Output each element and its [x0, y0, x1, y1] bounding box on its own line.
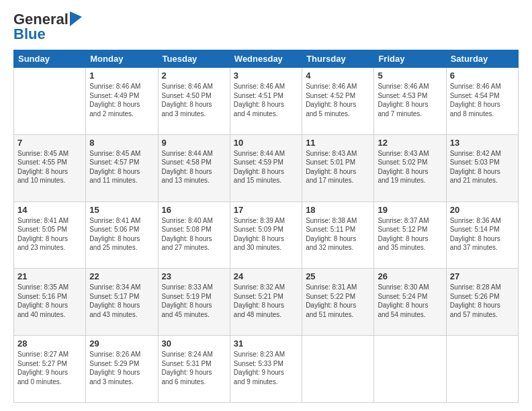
calendar-cell	[14, 68, 86, 135]
day-number: 18	[306, 205, 370, 215]
calendar-cell: 27Sunrise: 8:28 AM Sunset: 5:26 PM Dayli…	[446, 269, 518, 336]
cell-info: Sunrise: 8:38 AM Sunset: 5:11 PM Dayligh…	[306, 216, 370, 253]
day-number: 12	[378, 138, 442, 148]
calendar-cell: 8Sunrise: 8:45 AM Sunset: 4:57 PM Daylig…	[86, 134, 158, 201]
cell-info: Sunrise: 8:42 AM Sunset: 5:03 PM Dayligh…	[450, 149, 515, 185]
weekday-header-row: SundayMondayTuesdayWednesdayThursdayFrid…	[14, 50, 519, 68]
weekday-header-wednesday: Wednesday	[230, 50, 302, 68]
cell-info: Sunrise: 8:46 AM Sunset: 4:50 PM Dayligh…	[162, 82, 226, 118]
calendar-cell: 11Sunrise: 8:43 AM Sunset: 5:01 PM Dayli…	[302, 134, 374, 201]
weekday-header-thursday: Thursday	[302, 50, 374, 68]
day-number: 4	[306, 71, 370, 81]
calendar-cell: 25Sunrise: 8:31 AM Sunset: 5:22 PM Dayli…	[302, 269, 374, 336]
cell-info: Sunrise: 8:26 AM Sunset: 5:29 PM Dayligh…	[89, 350, 154, 386]
cell-info: Sunrise: 8:34 AM Sunset: 5:17 PM Dayligh…	[89, 283, 154, 319]
day-number: 6	[450, 71, 515, 81]
day-number: 20	[450, 205, 515, 215]
cell-info: Sunrise: 8:30 AM Sunset: 5:24 PM Dayligh…	[378, 283, 442, 319]
day-number: 16	[162, 205, 226, 215]
day-number: 24	[234, 271, 298, 281]
day-number: 2	[162, 71, 226, 81]
day-number: 28	[17, 338, 82, 349]
day-number: 29	[89, 338, 154, 349]
calendar-cell: 7Sunrise: 8:45 AM Sunset: 4:55 PM Daylig…	[14, 134, 86, 201]
cell-info: Sunrise: 8:28 AM Sunset: 5:26 PM Dayligh…	[450, 283, 515, 319]
calendar-cell: 24Sunrise: 8:32 AM Sunset: 5:21 PM Dayli…	[230, 269, 302, 336]
day-number: 26	[378, 271, 442, 281]
cell-info: Sunrise: 8:45 AM Sunset: 4:57 PM Dayligh…	[89, 149, 154, 185]
day-number: 5	[378, 71, 442, 81]
calendar-cell	[302, 336, 374, 403]
calendar-week-3: 14Sunrise: 8:41 AM Sunset: 5:05 PM Dayli…	[14, 201, 519, 269]
day-number: 3	[234, 71, 298, 81]
day-number: 8	[89, 138, 154, 148]
cell-info: Sunrise: 8:44 AM Sunset: 4:59 PM Dayligh…	[234, 149, 298, 185]
calendar-week-1: 1Sunrise: 8:46 AM Sunset: 4:49 PM Daylig…	[14, 68, 519, 135]
calendar-cell: 31Sunrise: 8:23 AM Sunset: 5:33 PM Dayli…	[230, 336, 302, 403]
day-number: 11	[306, 138, 370, 148]
day-number: 10	[234, 138, 298, 148]
cell-info: Sunrise: 8:35 AM Sunset: 5:16 PM Dayligh…	[17, 283, 82, 319]
weekday-header-monday: Monday	[86, 50, 158, 68]
day-number: 1	[89, 71, 154, 81]
cell-info: Sunrise: 8:31 AM Sunset: 5:22 PM Dayligh…	[306, 283, 370, 319]
day-number: 23	[162, 271, 226, 281]
cell-info: Sunrise: 8:41 AM Sunset: 5:06 PM Dayligh…	[89, 216, 154, 253]
calendar-cell: 26Sunrise: 8:30 AM Sunset: 5:24 PM Dayli…	[374, 269, 446, 336]
cell-info: Sunrise: 8:33 AM Sunset: 5:19 PM Dayligh…	[162, 283, 226, 319]
cell-info: Sunrise: 8:43 AM Sunset: 5:01 PM Dayligh…	[306, 149, 370, 185]
calendar-cell	[374, 336, 446, 403]
header: General Blue	[13, 11, 519, 43]
weekday-header-friday: Friday	[374, 50, 446, 68]
calendar-cell: 20Sunrise: 8:36 AM Sunset: 5:14 PM Dayli…	[446, 201, 518, 269]
calendar-cell: 21Sunrise: 8:35 AM Sunset: 5:16 PM Dayli…	[14, 269, 86, 336]
calendar-cell: 28Sunrise: 8:27 AM Sunset: 5:27 PM Dayli…	[14, 336, 86, 403]
day-number: 15	[89, 205, 154, 215]
calendar-week-5: 28Sunrise: 8:27 AM Sunset: 5:27 PM Dayli…	[14, 336, 519, 403]
day-number: 30	[162, 338, 226, 349]
cell-info: Sunrise: 8:39 AM Sunset: 5:09 PM Dayligh…	[234, 216, 298, 253]
svg-marker-0	[70, 11, 82, 26]
calendar-cell: 18Sunrise: 8:38 AM Sunset: 5:11 PM Dayli…	[302, 201, 374, 269]
cell-info: Sunrise: 8:46 AM Sunset: 4:54 PM Dayligh…	[450, 82, 515, 118]
day-number: 21	[17, 271, 82, 281]
cell-info: Sunrise: 8:41 AM Sunset: 5:05 PM Dayligh…	[17, 216, 82, 253]
cell-info: Sunrise: 8:46 AM Sunset: 4:49 PM Dayligh…	[89, 82, 154, 118]
cell-info: Sunrise: 8:24 AM Sunset: 5:31 PM Dayligh…	[162, 350, 226, 386]
cell-info: Sunrise: 8:40 AM Sunset: 5:08 PM Dayligh…	[162, 216, 226, 253]
cell-info: Sunrise: 8:46 AM Sunset: 4:52 PM Dayligh…	[306, 82, 370, 118]
day-number: 14	[17, 205, 82, 215]
calendar-cell: 12Sunrise: 8:43 AM Sunset: 5:02 PM Dayli…	[374, 134, 446, 201]
calendar-cell: 15Sunrise: 8:41 AM Sunset: 5:06 PM Dayli…	[86, 201, 158, 269]
calendar-cell: 14Sunrise: 8:41 AM Sunset: 5:05 PM Dayli…	[14, 201, 86, 269]
day-number: 31	[234, 338, 298, 349]
calendar-cell: 13Sunrise: 8:42 AM Sunset: 5:03 PM Dayli…	[446, 134, 518, 201]
day-number: 27	[450, 271, 515, 281]
cell-info: Sunrise: 8:44 AM Sunset: 4:58 PM Dayligh…	[162, 149, 226, 185]
cell-info: Sunrise: 8:37 AM Sunset: 5:12 PM Dayligh…	[378, 216, 442, 253]
calendar-table: SundayMondayTuesdayWednesdayThursdayFrid…	[13, 50, 519, 403]
calendar-cell: 2Sunrise: 8:46 AM Sunset: 4:50 PM Daylig…	[158, 68, 230, 135]
logo-icon	[70, 11, 82, 26]
day-number: 7	[17, 138, 82, 148]
cell-info: Sunrise: 8:23 AM Sunset: 5:33 PM Dayligh…	[234, 350, 298, 386]
cell-info: Sunrise: 8:45 AM Sunset: 4:55 PM Dayligh…	[17, 149, 82, 185]
day-number: 17	[234, 205, 298, 215]
calendar-cell: 3Sunrise: 8:46 AM Sunset: 4:51 PM Daylig…	[230, 68, 302, 135]
day-number: 22	[89, 271, 154, 281]
calendar-week-4: 21Sunrise: 8:35 AM Sunset: 5:16 PM Dayli…	[14, 269, 519, 336]
day-number: 9	[162, 138, 226, 148]
logo: General Blue	[13, 11, 82, 43]
calendar-cell	[446, 336, 518, 403]
calendar-cell: 9Sunrise: 8:44 AM Sunset: 4:58 PM Daylig…	[158, 134, 230, 201]
calendar-cell: 19Sunrise: 8:37 AM Sunset: 5:12 PM Dayli…	[374, 201, 446, 269]
cell-info: Sunrise: 8:36 AM Sunset: 5:14 PM Dayligh…	[450, 216, 515, 253]
cell-info: Sunrise: 8:46 AM Sunset: 4:51 PM Dayligh…	[234, 82, 298, 118]
calendar-cell: 4Sunrise: 8:46 AM Sunset: 4:52 PM Daylig…	[302, 68, 374, 135]
day-number: 25	[306, 271, 370, 281]
calendar-cell: 1Sunrise: 8:46 AM Sunset: 4:49 PM Daylig…	[86, 68, 158, 135]
calendar-cell: 10Sunrise: 8:44 AM Sunset: 4:59 PM Dayli…	[230, 134, 302, 201]
calendar-cell: 30Sunrise: 8:24 AM Sunset: 5:31 PM Dayli…	[158, 336, 230, 403]
day-number: 13	[450, 138, 515, 148]
calendar-cell: 22Sunrise: 8:34 AM Sunset: 5:17 PM Dayli…	[86, 269, 158, 336]
